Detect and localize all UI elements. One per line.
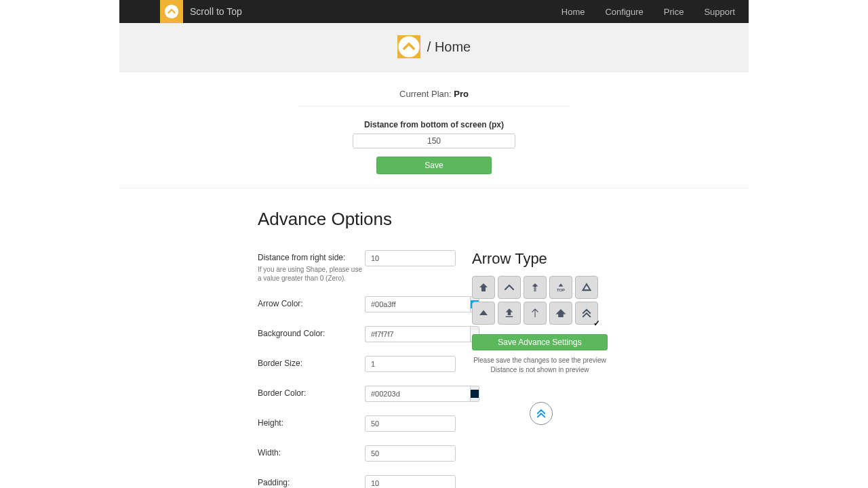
arrow-option-7[interactable] [498,302,521,325]
nav-support[interactable]: Support [704,7,735,17]
arrow-triangle-outline-icon [580,281,593,293]
distance-right-hint: If you are using Shape, please use a val… [258,265,365,283]
border-size-label: Border Size: [258,356,365,368]
arrow-color-input[interactable] [365,296,470,312]
arrow-option-9[interactable] [549,302,572,325]
brand-link[interactable]: Scroll to Top [160,0,242,23]
arrow-option-8[interactable] [524,302,547,325]
nav-price[interactable]: Price [664,7,684,17]
nav-configure[interactable]: Configure [605,7,643,17]
height-input[interactable] [365,415,456,432]
padding-input[interactable] [365,475,456,488]
arrow-wide-icon [555,307,567,319]
preview-widget [530,402,553,425]
svg-rect-3 [534,289,536,289]
plan-value: Pro [454,89,469,99]
preview-hint-2: Distance is not shown in preview [472,365,608,375]
bg-color-label: Background Color: [258,326,365,338]
padding-label: Padding: [258,475,365,487]
arrow-option-1[interactable] [472,276,495,299]
distance-right-label: Distance from right side: [258,253,365,262]
chevron-double-up-icon [580,307,593,319]
border-color-label: Border Color: [258,386,365,398]
preview-hint-1: Please save the changes to see the previ… [472,356,608,365]
arrow-dotted-icon [529,281,541,293]
arrow-color-label: Arrow Color: [258,296,365,308]
save-advance-button[interactable]: Save Advance Settings [472,334,608,350]
arrow-thin-icon [529,307,541,319]
arrow-option-10[interactable] [575,302,598,325]
arrow-option-4[interactable]: TOP [549,276,572,299]
header-logo-icon [397,35,420,58]
arrow-top-icon: TOP [556,283,566,292]
arrow-triangle-solid-icon [477,307,490,319]
arrow-upload-icon [503,307,515,319]
border-color-input[interactable] [365,386,470,402]
svg-point-1 [398,36,419,57]
svg-point-0 [165,5,178,18]
distance-label: Distance from bottom of screen (px) [119,120,749,129]
width-label: Width: [258,445,365,458]
width-input[interactable] [365,445,456,462]
plan-label: Current Plan: [399,89,454,99]
bg-color-input[interactable] [365,326,470,342]
arrow-option-6[interactable] [472,302,495,325]
arrow-option-5[interactable] [575,276,598,299]
nav-home[interactable]: Home [561,7,585,17]
preview-arrow-icon [535,407,547,420]
border-size-input[interactable] [365,356,456,372]
svg-rect-4 [534,291,536,291]
arrow-type-title: Arrow Type [472,250,610,268]
arrow-option-2[interactable] [498,276,521,299]
arrow-bold-icon [477,281,490,293]
save-button[interactable]: Save [376,157,492,174]
chevron-up-icon [503,281,515,293]
height-label: Height: [258,415,365,428]
advance-title: Advance Options [258,209,610,230]
svg-rect-5 [506,317,513,318]
brand-logo-icon [160,0,183,23]
brand-text: Scroll to Top [190,6,242,17]
arrow-option-3[interactable] [524,276,547,299]
svg-rect-2 [534,287,536,288]
breadcrumb: / Home [427,39,471,55]
distance-right-input[interactable] [365,250,456,266]
distance-input[interactable] [353,134,515,148]
